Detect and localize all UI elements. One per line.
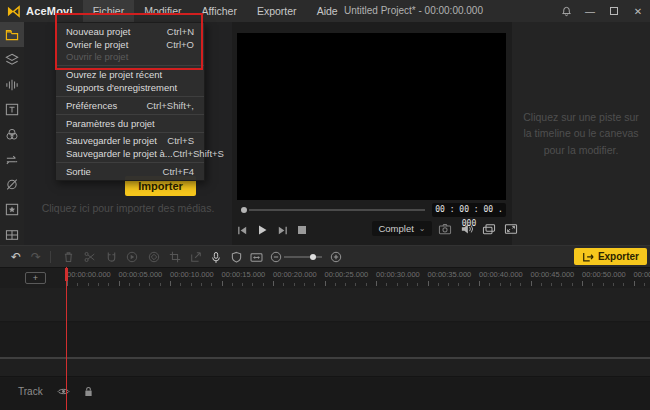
ruler-tick xyxy=(345,283,346,286)
ruler-tick xyxy=(417,283,418,286)
add-track-button[interactable]: + xyxy=(25,272,46,284)
play-button[interactable] xyxy=(252,222,272,238)
ruler-tick xyxy=(201,283,202,286)
playhead-handle[interactable] xyxy=(65,268,68,281)
record-voiceover-icon[interactable] xyxy=(208,249,224,265)
notification-icon[interactable] xyxy=(554,0,578,22)
export-button[interactable]: Exporter xyxy=(574,248,647,265)
folder-icon xyxy=(5,29,19,41)
text-icon xyxy=(5,103,19,116)
menu-aide[interactable]: Aide xyxy=(307,0,348,22)
sidebar-item-split-screen[interactable] xyxy=(0,222,24,247)
export-frame-icon[interactable] xyxy=(188,249,204,265)
seek-handle[interactable] xyxy=(241,207,247,213)
snapshot-camera-icon[interactable] xyxy=(438,223,452,235)
zoom-slider-handle[interactable] xyxy=(310,254,316,260)
window-controls: — ✕ xyxy=(554,0,650,22)
video-canvas[interactable] xyxy=(237,33,506,200)
sidebar-item-transitions[interactable] xyxy=(0,147,24,172)
ruler-tick xyxy=(304,283,305,286)
acemovi-logo-icon xyxy=(6,5,21,18)
menu-fichier[interactable]: Fichier xyxy=(83,0,135,22)
next-frame-button[interactable] xyxy=(272,222,292,238)
timeline-zoom-slider[interactable] xyxy=(284,256,322,258)
menu-exporter[interactable]: Exporter xyxy=(247,0,307,22)
timeline-ruler[interactable]: + 00:00:00.00000:00:05.00000:00:10.00000… xyxy=(0,267,650,288)
delete-icon[interactable] xyxy=(60,249,76,265)
menu-item-ovrier-le-projet[interactable]: Ovrier le projetCtrl+O xyxy=(56,38,204,51)
sidebar-item-text[interactable] xyxy=(0,97,24,122)
sidebar-item-elements[interactable] xyxy=(0,47,24,72)
track-lock-icon[interactable] xyxy=(84,386,93,397)
ruler-tick xyxy=(479,281,480,286)
sidebar-item-filters[interactable] xyxy=(0,122,24,147)
ruler-tick xyxy=(366,283,367,286)
crop-icon[interactable] xyxy=(167,249,183,265)
menu-item-nouveau-projet[interactable]: Nouveau projetCtrl+N xyxy=(56,25,204,38)
track-range-icon[interactable] xyxy=(248,249,264,265)
sidebar-item-effects[interactable] xyxy=(0,197,24,222)
close-button[interactable]: ✕ xyxy=(626,0,650,22)
sidebar xyxy=(0,22,24,245)
menu-modifier[interactable]: Modifier xyxy=(134,0,191,22)
split-scissors-icon[interactable] xyxy=(82,249,98,265)
previous-frame-button[interactable] xyxy=(232,222,252,238)
ruler-timestamp: 00:00:35.000 xyxy=(428,270,472,279)
zoom-out-icon[interactable] xyxy=(268,249,284,265)
menu-afficher[interactable]: Afficher xyxy=(192,0,247,22)
ruler-tick xyxy=(623,283,624,286)
track-label: Track xyxy=(18,386,43,397)
menu-item-sauvegarder-le-projet-a[interactable]: Sauvegarder le projet à...Ctrl+Shift+S xyxy=(56,147,204,160)
fullscreen-icon[interactable] xyxy=(504,223,518,235)
stop-button[interactable] xyxy=(292,222,312,238)
menu-item-ouvrez-le-projet-recent[interactable]: Ouvrez le projet récent xyxy=(56,68,204,81)
volume-icon[interactable] xyxy=(460,223,474,235)
zoom-in-icon[interactable] xyxy=(328,249,344,265)
ruler-tick xyxy=(263,283,264,286)
playhead-line[interactable] xyxy=(66,267,67,410)
behavior-orbit-icon xyxy=(5,178,19,191)
minimize-button[interactable]: — xyxy=(578,0,602,22)
sidebar-item-media[interactable] xyxy=(0,22,24,47)
track-visibility-eye-icon[interactable] xyxy=(57,387,70,396)
menu-item-parametres-du-projet[interactable]: Paramètres du projet xyxy=(56,117,204,130)
toolbar-separator xyxy=(50,251,51,263)
ruler-tick xyxy=(448,283,449,286)
ruler-tick xyxy=(335,283,336,286)
preview-zoom-select[interactable]: Complet ⌄ xyxy=(372,221,432,236)
ruler-tick xyxy=(572,283,573,286)
ruler-tick xyxy=(386,283,387,286)
menu-item-preferences[interactable]: PréférencesCtrl+Shift+, xyxy=(56,99,204,112)
sidebar-item-behaviors[interactable] xyxy=(0,172,24,197)
export-icon xyxy=(582,251,594,262)
ruler-tick xyxy=(252,283,253,286)
maximize-button[interactable] xyxy=(602,0,626,22)
ruler-tick xyxy=(119,281,120,286)
timeline-toolbar: ↶ ↷ Exporter xyxy=(0,245,650,267)
track-row[interactable]: Track xyxy=(0,378,650,410)
ruler-tick xyxy=(510,283,511,286)
duplicate-screen-icon[interactable] xyxy=(482,223,496,235)
sidebar-item-audio[interactable] xyxy=(0,72,24,97)
menubar: Fichier Modifier Afficher Exporter Aide xyxy=(83,0,348,22)
timeline-lane-1[interactable] xyxy=(0,288,650,322)
menu-item-supports-enregistrement[interactable]: Supports d'enregistrement xyxy=(56,81,204,94)
magnet-icon[interactable] xyxy=(103,249,119,265)
ruler-tick xyxy=(613,283,614,286)
undo-icon[interactable]: ↶ xyxy=(8,249,24,265)
menu-item-sauvegarder-le-projet[interactable]: Sauvegarder le projetCtrl+S xyxy=(56,135,204,148)
marker-shield-icon[interactable] xyxy=(228,249,244,265)
speed-icon[interactable] xyxy=(124,249,140,265)
keyframe-icon[interactable] xyxy=(146,249,162,265)
ruler-tick xyxy=(500,283,501,286)
menu-item-sortie[interactable]: SortieCtrl+F4 xyxy=(56,165,204,178)
timeline-lane-2[interactable] xyxy=(0,323,650,357)
ruler-tick xyxy=(191,283,192,286)
preview-zoom-value: Complet xyxy=(378,223,413,234)
timeline-lane-3[interactable] xyxy=(0,359,650,377)
ruler-timestamp: 00:00:00.000 xyxy=(67,270,111,279)
redo-icon[interactable]: ↷ xyxy=(28,249,44,265)
ruler-tick xyxy=(541,283,542,286)
menu-separator xyxy=(56,132,204,133)
seek-track[interactable] xyxy=(249,209,425,211)
